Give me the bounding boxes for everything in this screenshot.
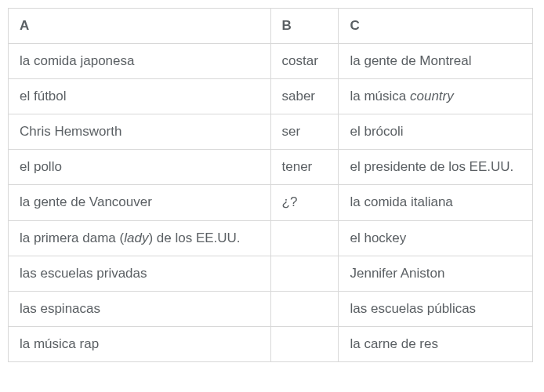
cell-c: Jennifer Aniston [339, 256, 533, 291]
cell-b: saber [270, 79, 339, 114]
table-body: la comida japonesacostarla gente de Mont… [9, 44, 533, 362]
cell-a: las escuelas privadas [9, 256, 271, 291]
cell-a: el fútbol [9, 79, 271, 114]
table-row: el fútbolsaberla música country [9, 79, 533, 114]
cell-b [270, 326, 339, 361]
table-row: las espinacaslas escuelas públicas [9, 291, 533, 326]
cell-a: la comida japonesa [9, 44, 271, 79]
cell-b [270, 220, 339, 256]
cell-c: el presidente de los EE.UU. [339, 150, 533, 185]
cell-c: el hockey [339, 220, 533, 256]
table-row: las escuelas privadasJennifer Aniston [9, 256, 533, 291]
cell-c: las escuelas públicas [339, 291, 533, 326]
italic-text: country [410, 89, 454, 103]
cell-c: la comida italiana [339, 185, 533, 220]
header-b: B [270, 9, 339, 44]
cell-a: las espinacas [9, 291, 271, 326]
cell-c: la carne de res [339, 326, 533, 361]
cell-a: la música rap [9, 326, 271, 361]
table-row: la música rapla carne de res [9, 326, 533, 361]
cell-a: el pollo [9, 150, 271, 185]
cell-c: la música country [339, 79, 533, 114]
cell-a: la primera dama (lady) de los EE.UU. [9, 220, 271, 256]
table-row: la comida japonesacostarla gente de Mont… [9, 44, 533, 79]
table-header-row: A B C [9, 9, 533, 44]
cell-c: la gente de Montreal [339, 44, 533, 79]
cell-b [270, 291, 339, 326]
cell-a: Chris Hemsworth [9, 114, 271, 150]
cell-b: ser [270, 114, 339, 150]
header-a: A [9, 9, 271, 44]
cell-b: ¿? [270, 185, 339, 220]
table-row: Chris Hemsworthserel brócoli [9, 114, 533, 150]
cell-a: la gente de Vancouver [9, 185, 271, 220]
table-row: la primera dama (lady) de los EE.UU.el h… [9, 220, 533, 256]
cell-b: tener [270, 150, 339, 185]
table-row: la gente de Vancouver¿?la comida italian… [9, 185, 533, 220]
vocab-table: A B C la comida japonesacostarla gente d… [8, 8, 533, 362]
table-row: el pollotenerel presidente de los EE.UU. [9, 150, 533, 185]
italic-text: lady [124, 230, 148, 245]
header-c: C [339, 9, 533, 44]
cell-b: costar [270, 44, 339, 79]
cell-c: el brócoli [339, 114, 533, 150]
cell-b [270, 256, 339, 291]
